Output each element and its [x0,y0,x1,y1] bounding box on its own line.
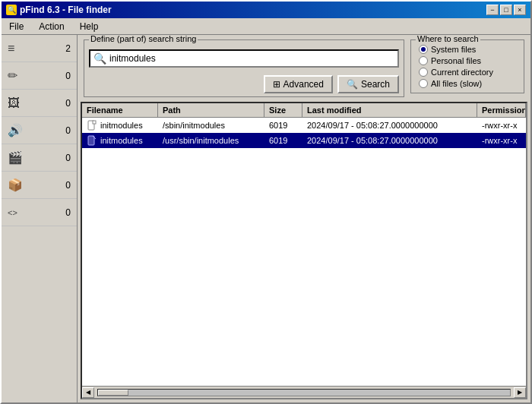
audio-files-count: 0 [65,125,71,136]
where-to-search-group: Where to search System files Personal fi… [410,39,524,93]
search-input[interactable] [109,53,394,64]
search-btn-icon: 🔍 [347,79,358,90]
search-string-group: Define (part of) search string 🔍 ⊞ Advan… [84,39,404,97]
sidebar-item-all[interactable]: ≡ 2 [2,35,77,62]
search-btn-label: Search [361,79,390,90]
file-icon-1 [87,135,97,146]
all-files-count: 2 [65,43,71,54]
radio-all-files-label: All files (slow) [431,79,482,88]
image-files-count: 0 [65,98,71,109]
menu-action[interactable]: Action [34,20,68,33]
table-row[interactable]: initmodules /sbin/initmodules 6019 2024/… [82,118,526,133]
cell-perms-0: -rwxr-xr-x [477,119,526,131]
sidebar-item-archives[interactable]: 📦 0 [2,172,77,199]
filename-1: initmodules [100,136,143,145]
radio-current-dir[interactable]: Current directory [419,68,516,77]
right-panel: Define (part of) search string 🔍 ⊞ Advan… [78,35,530,402]
window-controls: − □ × [486,5,526,15]
results-area: Filename Path Size Last modified Permiss… [81,102,527,399]
radio-all-files[interactable]: All files (slow) [419,79,516,88]
col-header-permissions: Permissions [477,103,526,117]
search-button[interactable]: 🔍 Search [337,75,399,93]
col-header-path: Path [158,103,264,117]
radio-all-files-indicator [419,79,428,88]
menu-bar: File Action Help [2,18,530,35]
code-files-count: 0 [65,207,71,218]
maximize-button[interactable]: □ [500,5,512,15]
col-header-filename: Filename [82,103,158,117]
advanced-label: Advanced [283,79,324,90]
radio-personal-files-indicator [419,56,428,65]
col-header-size: Size [264,103,302,117]
radio-current-dir-label: Current directory [431,68,493,77]
minimize-button[interactable]: − [486,5,499,15]
table-header: Filename Path Size Last modified Permiss… [82,103,526,118]
search-buttons: ⊞ Advanced 🔍 Search [89,75,399,93]
search-input-wrapper: 🔍 [89,49,399,68]
title-bar: 🔍 pFind 6.3 - File finder − □ × [2,2,530,18]
menu-file[interactable]: File [5,20,28,33]
horizontal-scrollbar[interactable]: ◀ ▶ [82,386,526,398]
scrollbar-thumb[interactable] [98,390,128,396]
archive-files-icon: 📦 [8,178,23,192]
cell-perms-1: -rwxr-xr-x [477,134,526,147]
search-top: Define (part of) search string 🔍 ⊞ Advan… [84,39,524,97]
title-bar-left: 🔍 pFind 6.3 - File finder [6,5,112,15]
search-field-icon: 🔍 [93,52,106,65]
scroll-right-button[interactable]: ▶ [514,387,526,398]
scrollbar-track[interactable] [97,389,511,396]
text-files-icon: ✏ [8,68,17,83]
image-files-icon: 🖼 [8,96,20,110]
radio-system-files-label: System files [431,45,476,54]
window-title: pFind 6.3 - File finder [20,5,112,15]
sidebar-item-video[interactable]: 🎬 0 [2,144,77,172]
cell-path-0: /sbin/initmodules [158,119,264,131]
svg-rect-2 [88,136,94,145]
svg-rect-1 [93,121,96,124]
main-content: ≡ 2 ✏ 0 🖼 0 🔊 0 🎬 0 📦 0 [2,35,530,402]
radio-personal-files-label: Personal files [431,56,481,65]
cell-size-1: 6019 [264,134,302,147]
video-files-count: 0 [65,153,71,163]
table-body: initmodules /sbin/initmodules 6019 2024/… [82,118,526,386]
radio-system-files-indicator [419,45,428,54]
cell-size-0: 6019 [264,119,302,131]
sidebar-item-text[interactable]: ✏ 0 [2,62,77,90]
advanced-icon: ⊞ [273,79,280,90]
radio-personal-files[interactable]: Personal files [419,56,516,65]
scroll-left-button[interactable]: ◀ [82,387,94,398]
advanced-button[interactable]: ⊞ Advanced [264,75,333,93]
archive-files-count: 0 [65,180,71,191]
search-area: Define (part of) search string 🔍 ⊞ Advan… [78,35,530,102]
radio-system-files[interactable]: System files [419,45,516,54]
cell-modified-1: 2024/09/17 - 05:08:27.0000000000 [302,134,477,147]
sidebar-item-code[interactable]: <> 0 [2,199,77,226]
video-files-icon: 🎬 [8,150,23,165]
where-label: Where to search [416,35,480,43]
audio-files-icon: 🔊 [8,123,23,137]
cell-filename-1: initmodules [82,134,158,147]
all-files-icon: ≡ [8,42,14,55]
code-files-icon: <> [8,208,17,217]
file-icon-0 [87,120,97,131]
cell-path-1: /usr/sbin/initmodules [158,134,264,147]
menu-help[interactable]: Help [75,20,103,33]
cell-modified-0: 2024/09/17 - 05:08:27.0000000000 [302,119,477,131]
col-header-modified: Last modified [302,103,477,117]
search-group-label: Define (part of) search string [89,35,198,43]
sidebar-item-images[interactable]: 🖼 0 [2,90,77,117]
radio-current-dir-indicator [419,68,428,77]
cell-filename-0: initmodules [82,118,158,132]
text-files-count: 0 [65,71,71,81]
radio-group: System files Personal files Current dire… [419,45,516,88]
close-button[interactable]: × [514,5,526,15]
sidebar: ≡ 2 ✏ 0 🖼 0 🔊 0 🎬 0 📦 0 [2,35,78,402]
main-window: 🔍 pFind 6.3 - File finder − □ × File Act… [0,0,532,404]
app-icon: 🔍 [6,5,17,15]
table-row[interactable]: initmodules /usr/sbin/initmodules 6019 2… [82,133,526,148]
sidebar-item-audio[interactable]: 🔊 0 [2,117,77,144]
filename-0: initmodules [100,121,143,130]
